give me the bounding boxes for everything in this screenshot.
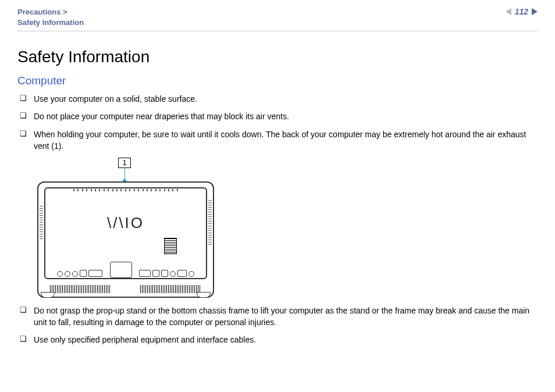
ports-right <box>139 270 194 277</box>
next-page-icon[interactable] <box>532 8 538 15</box>
device-inner-panel: \/\IO <box>44 187 207 279</box>
port-icon <box>188 271 194 277</box>
section-heading-computer: Computer <box>17 74 538 87</box>
bullet-list-bottom: Do not grasp the prop-up stand or the bo… <box>17 305 538 346</box>
page-number: 112 <box>515 7 528 16</box>
page-header: Precautions > Safety Information 112 <box>0 0 555 27</box>
port-icon <box>152 270 159 277</box>
side-slot-right-icon <box>208 200 212 247</box>
vent-top-icon <box>73 189 178 191</box>
list-item: When holding your computer, be sure to w… <box>17 129 538 152</box>
stand-icon <box>110 262 132 278</box>
port-icon <box>57 271 63 277</box>
label-sticker-icon <box>164 238 177 254</box>
foot-icon <box>197 292 211 298</box>
ports-left <box>57 270 102 277</box>
callout-leader-line <box>124 168 125 180</box>
list-item: Use your computer on a solid, stable sur… <box>17 93 538 105</box>
bullet-list-top: Use your computer on a solid, stable sur… <box>17 93 538 152</box>
port-panel <box>57 257 194 277</box>
device-feet <box>38 292 213 298</box>
list-item: Use only specified peripheral equipment … <box>17 334 538 345</box>
vaio-logo: \/\IO <box>107 214 144 232</box>
breadcrumb: Precautions > Safety Information <box>17 7 84 27</box>
prev-page-icon[interactable] <box>506 8 511 15</box>
figure: 1 \/\IO <box>37 158 218 297</box>
port-icon <box>177 270 187 277</box>
port-icon <box>65 271 70 277</box>
pager: 112 <box>506 7 538 16</box>
port-icon <box>72 271 78 277</box>
list-item: Do not place your computer near draperie… <box>17 111 538 122</box>
device-outer-frame: \/\IO <box>37 181 214 298</box>
port-icon <box>80 270 87 277</box>
breadcrumb-parent[interactable]: Precautions > <box>17 7 84 17</box>
breadcrumb-current: Safety Information <box>17 17 84 28</box>
port-icon <box>161 270 168 277</box>
side-slot-left-icon <box>40 206 43 241</box>
list-item: Do not grasp the prop-up stand or the bo… <box>17 305 538 329</box>
page-title: Safety Information <box>17 48 538 66</box>
port-icon <box>88 270 102 277</box>
port-icon <box>139 270 151 277</box>
foot-icon <box>41 292 55 298</box>
device-illustration: \/\IO <box>37 179 212 297</box>
callout-label: 1 <box>118 158 130 168</box>
port-icon <box>170 271 176 277</box>
page-content: Safety Information Computer Use your com… <box>0 31 555 346</box>
